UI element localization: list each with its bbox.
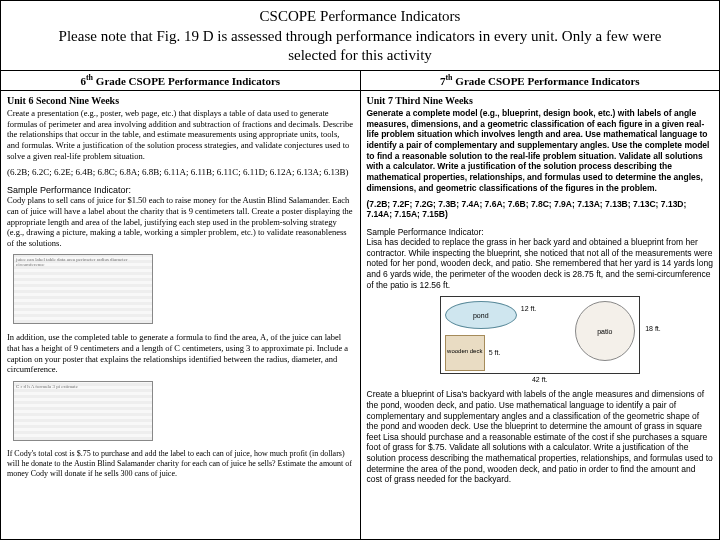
- sample-pi-6-p3: If Cody's total cost is $.75 to purchase…: [7, 449, 354, 479]
- col-heading-6: 6th Grade CSOPE Performance Indicators: [1, 71, 360, 92]
- pi-codes-7: (7.2B; 7.2F; 7.2G; 7.3B; 7.4A; 7.6A; 7.6…: [367, 199, 714, 219]
- yard-rect: pond 12 ft. wooden deck 5 ft. patio 18 f…: [440, 296, 640, 374]
- pi-text-6: Create a presentation (e.g., poster, web…: [7, 108, 354, 161]
- sample-heading-7: Sample Performance Indicator:: [367, 227, 714, 237]
- sample-pi-7-p2: Create a blueprint of Lisa's backyard wi…: [367, 389, 714, 485]
- unit-title-6: Unit 6 Second Nine Weeks: [7, 95, 354, 106]
- patio-shape: patio: [575, 301, 635, 361]
- deck-dimension: 5 ft.: [489, 349, 501, 356]
- sample-pi-6-p2: In addition, use the completed table to …: [7, 332, 354, 375]
- unit-title-7: Unit 7 Third Nine Weeks: [367, 95, 714, 106]
- yard-width: 42 ft.: [440, 376, 640, 383]
- pond-shape: pond: [445, 301, 517, 329]
- header-note: Please note that Fig. 19 D is assessed t…: [41, 27, 679, 66]
- column-grade6: 6th Grade CSOPE Performance Indicators U…: [1, 71, 361, 540]
- table-image-placeholder-2: C r d h A formula 3 pi estimate: [13, 381, 153, 441]
- columns: 6th Grade CSOPE Performance Indicators U…: [1, 71, 719, 540]
- pi-codes-6: (6.2B; 6.2C; 6.2E; 6.4B; 6.8C; 6.8A; 6.8…: [7, 167, 354, 177]
- yard-height: 18 ft.: [645, 325, 661, 332]
- pi-text-7: Generate a complete model (e.g., bluepri…: [367, 108, 714, 193]
- page: CSCOPE Performance Indicators Please not…: [0, 0, 720, 540]
- table-image-placeholder-1: juice can label table data area perimete…: [13, 254, 153, 324]
- sample-heading-6: Sample Performance Indicator:: [7, 185, 354, 195]
- sample-pi-6-p1: Cody plans to sell cans of juice for $1.…: [7, 195, 354, 248]
- highlighted-teks: 7.9A: [554, 199, 572, 209]
- deck-shape: wooden deck: [445, 335, 485, 371]
- pond-dimension: 12 ft.: [521, 305, 537, 312]
- header-title: CSCOPE Performance Indicators: [41, 7, 679, 27]
- column-grade7: 7th Grade CSOPE Performance Indicators U…: [361, 71, 720, 540]
- sample-pi-7-p1: Lisa has decided to replace the grass in…: [367, 237, 714, 290]
- col-heading-7: 7th Grade CSOPE Performance Indicators: [361, 71, 720, 92]
- page-header: CSCOPE Performance Indicators Please not…: [1, 1, 719, 71]
- backyard-diagram: pond 12 ft. wooden deck 5 ft. patio 18 f…: [440, 296, 640, 383]
